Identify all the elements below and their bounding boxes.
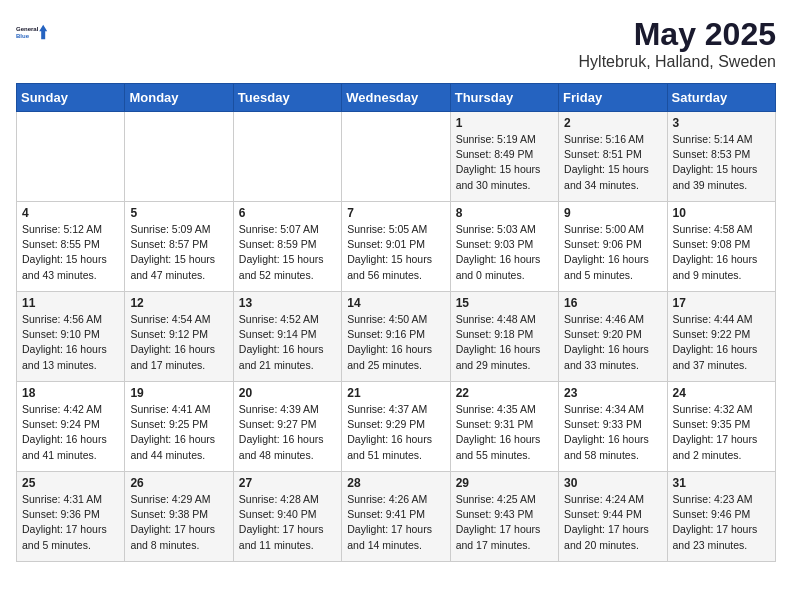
calendar-week-2: 4Sunrise: 5:12 AM Sunset: 8:55 PM Daylig…	[17, 202, 776, 292]
day-info: Sunrise: 5:03 AM Sunset: 9:03 PM Dayligh…	[456, 222, 553, 283]
calendar-cell: 20Sunrise: 4:39 AM Sunset: 9:27 PM Dayli…	[233, 382, 341, 472]
calendar-cell	[17, 112, 125, 202]
day-info: Sunrise: 4:42 AM Sunset: 9:24 PM Dayligh…	[22, 402, 119, 463]
calendar-cell: 14Sunrise: 4:50 AM Sunset: 9:16 PM Dayli…	[342, 292, 450, 382]
page-header: GeneralBlue General May 2025 Hyltebruk, …	[16, 16, 776, 71]
calendar-cell	[233, 112, 341, 202]
day-info: Sunrise: 4:39 AM Sunset: 9:27 PM Dayligh…	[239, 402, 336, 463]
day-number: 15	[456, 296, 553, 310]
day-number: 28	[347, 476, 444, 490]
day-number: 16	[564, 296, 661, 310]
header-wednesday: Wednesday	[342, 84, 450, 112]
header-thursday: Thursday	[450, 84, 558, 112]
day-info: Sunrise: 4:32 AM Sunset: 9:35 PM Dayligh…	[673, 402, 770, 463]
day-info: Sunrise: 4:29 AM Sunset: 9:38 PM Dayligh…	[130, 492, 227, 553]
day-number: 30	[564, 476, 661, 490]
calendar-week-1: 1Sunrise: 5:19 AM Sunset: 8:49 PM Daylig…	[17, 112, 776, 202]
calendar-cell: 11Sunrise: 4:56 AM Sunset: 9:10 PM Dayli…	[17, 292, 125, 382]
calendar-cell: 27Sunrise: 4:28 AM Sunset: 9:40 PM Dayli…	[233, 472, 341, 562]
day-number: 23	[564, 386, 661, 400]
day-number: 12	[130, 296, 227, 310]
page-subtitle: Hyltebruk, Halland, Sweden	[579, 53, 776, 71]
calendar-cell: 21Sunrise: 4:37 AM Sunset: 9:29 PM Dayli…	[342, 382, 450, 472]
day-info: Sunrise: 4:44 AM Sunset: 9:22 PM Dayligh…	[673, 312, 770, 373]
svg-text:Blue: Blue	[16, 33, 30, 39]
day-number: 22	[456, 386, 553, 400]
calendar-cell: 18Sunrise: 4:42 AM Sunset: 9:24 PM Dayli…	[17, 382, 125, 472]
day-info: Sunrise: 4:56 AM Sunset: 9:10 PM Dayligh…	[22, 312, 119, 373]
logo-icon: GeneralBlue	[16, 16, 48, 48]
day-info: Sunrise: 4:31 AM Sunset: 9:36 PM Dayligh…	[22, 492, 119, 553]
day-number: 8	[456, 206, 553, 220]
calendar-cell: 10Sunrise: 4:58 AM Sunset: 9:08 PM Dayli…	[667, 202, 775, 292]
header-monday: Monday	[125, 84, 233, 112]
day-info: Sunrise: 5:16 AM Sunset: 8:51 PM Dayligh…	[564, 132, 661, 193]
day-number: 19	[130, 386, 227, 400]
day-info: Sunrise: 4:26 AM Sunset: 9:41 PM Dayligh…	[347, 492, 444, 553]
day-number: 11	[22, 296, 119, 310]
header-friday: Friday	[559, 84, 667, 112]
header-saturday: Saturday	[667, 84, 775, 112]
day-number: 26	[130, 476, 227, 490]
calendar-cell: 29Sunrise: 4:25 AM Sunset: 9:43 PM Dayli…	[450, 472, 558, 562]
day-number: 4	[22, 206, 119, 220]
calendar-cell: 22Sunrise: 4:35 AM Sunset: 9:31 PM Dayli…	[450, 382, 558, 472]
day-info: Sunrise: 4:37 AM Sunset: 9:29 PM Dayligh…	[347, 402, 444, 463]
day-info: Sunrise: 4:52 AM Sunset: 9:14 PM Dayligh…	[239, 312, 336, 373]
page-title: May 2025	[579, 16, 776, 53]
day-number: 6	[239, 206, 336, 220]
calendar-cell: 16Sunrise: 4:46 AM Sunset: 9:20 PM Dayli…	[559, 292, 667, 382]
day-info: Sunrise: 4:58 AM Sunset: 9:08 PM Dayligh…	[673, 222, 770, 283]
title-block: May 2025 Hyltebruk, Halland, Sweden	[579, 16, 776, 71]
day-info: Sunrise: 5:19 AM Sunset: 8:49 PM Dayligh…	[456, 132, 553, 193]
day-info: Sunrise: 4:35 AM Sunset: 9:31 PM Dayligh…	[456, 402, 553, 463]
day-number: 27	[239, 476, 336, 490]
calendar-cell: 17Sunrise: 4:44 AM Sunset: 9:22 PM Dayli…	[667, 292, 775, 382]
day-number: 18	[22, 386, 119, 400]
calendar-cell: 13Sunrise: 4:52 AM Sunset: 9:14 PM Dayli…	[233, 292, 341, 382]
calendar-cell: 12Sunrise: 4:54 AM Sunset: 9:12 PM Dayli…	[125, 292, 233, 382]
calendar-table: Sunday Monday Tuesday Wednesday Thursday…	[16, 83, 776, 562]
calendar-cell	[125, 112, 233, 202]
day-info: Sunrise: 5:12 AM Sunset: 8:55 PM Dayligh…	[22, 222, 119, 283]
calendar-week-3: 11Sunrise: 4:56 AM Sunset: 9:10 PM Dayli…	[17, 292, 776, 382]
calendar-cell: 6Sunrise: 5:07 AM Sunset: 8:59 PM Daylig…	[233, 202, 341, 292]
day-number: 10	[673, 206, 770, 220]
day-info: Sunrise: 5:09 AM Sunset: 8:57 PM Dayligh…	[130, 222, 227, 283]
day-number: 14	[347, 296, 444, 310]
calendar-cell: 1Sunrise: 5:19 AM Sunset: 8:49 PM Daylig…	[450, 112, 558, 202]
calendar-cell: 31Sunrise: 4:23 AM Sunset: 9:46 PM Dayli…	[667, 472, 775, 562]
day-number: 7	[347, 206, 444, 220]
calendar-cell: 7Sunrise: 5:05 AM Sunset: 9:01 PM Daylig…	[342, 202, 450, 292]
svg-marker-2	[39, 25, 47, 39]
calendar-cell: 25Sunrise: 4:31 AM Sunset: 9:36 PM Dayli…	[17, 472, 125, 562]
day-info: Sunrise: 5:14 AM Sunset: 8:53 PM Dayligh…	[673, 132, 770, 193]
day-info: Sunrise: 5:00 AM Sunset: 9:06 PM Dayligh…	[564, 222, 661, 283]
day-info: Sunrise: 4:24 AM Sunset: 9:44 PM Dayligh…	[564, 492, 661, 553]
day-info: Sunrise: 4:46 AM Sunset: 9:20 PM Dayligh…	[564, 312, 661, 373]
calendar-cell: 24Sunrise: 4:32 AM Sunset: 9:35 PM Dayli…	[667, 382, 775, 472]
day-number: 1	[456, 116, 553, 130]
day-number: 20	[239, 386, 336, 400]
day-info: Sunrise: 5:07 AM Sunset: 8:59 PM Dayligh…	[239, 222, 336, 283]
day-info: Sunrise: 4:23 AM Sunset: 9:46 PM Dayligh…	[673, 492, 770, 553]
calendar-cell: 5Sunrise: 5:09 AM Sunset: 8:57 PM Daylig…	[125, 202, 233, 292]
header-tuesday: Tuesday	[233, 84, 341, 112]
day-number: 5	[130, 206, 227, 220]
svg-text:General: General	[16, 26, 39, 32]
calendar-cell: 8Sunrise: 5:03 AM Sunset: 9:03 PM Daylig…	[450, 202, 558, 292]
calendar-cell: 4Sunrise: 5:12 AM Sunset: 8:55 PM Daylig…	[17, 202, 125, 292]
day-info: Sunrise: 4:41 AM Sunset: 9:25 PM Dayligh…	[130, 402, 227, 463]
calendar-cell: 19Sunrise: 4:41 AM Sunset: 9:25 PM Dayli…	[125, 382, 233, 472]
calendar-cell: 9Sunrise: 5:00 AM Sunset: 9:06 PM Daylig…	[559, 202, 667, 292]
calendar-cell: 15Sunrise: 4:48 AM Sunset: 9:18 PM Dayli…	[450, 292, 558, 382]
day-number: 25	[22, 476, 119, 490]
calendar-cell: 28Sunrise: 4:26 AM Sunset: 9:41 PM Dayli…	[342, 472, 450, 562]
day-info: Sunrise: 4:28 AM Sunset: 9:40 PM Dayligh…	[239, 492, 336, 553]
day-info: Sunrise: 4:50 AM Sunset: 9:16 PM Dayligh…	[347, 312, 444, 373]
day-number: 24	[673, 386, 770, 400]
calendar-cell: 23Sunrise: 4:34 AM Sunset: 9:33 PM Dayli…	[559, 382, 667, 472]
day-number: 3	[673, 116, 770, 130]
day-number: 9	[564, 206, 661, 220]
logo: GeneralBlue General	[16, 16, 48, 48]
